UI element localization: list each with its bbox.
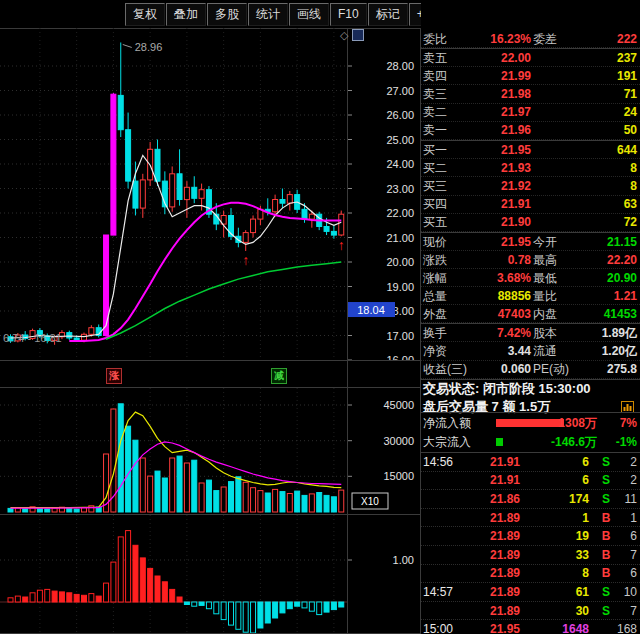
bid-queue: 买一21.95644买二21.938买三21.928买四21.9163买五21.…: [421, 141, 640, 232]
ask-row-3[interactable]: 卖二21.9724: [421, 104, 640, 122]
svg-text:23.00: 23.00: [386, 183, 414, 195]
candlestick-chart[interactable]: 28.0027.0026.0025.0024.0023.0022.0021.00…: [0, 28, 420, 360]
ask-queue: 卖五22.00237卖四21.99191卖三21.9871卖二21.9724卖一…: [421, 49, 640, 140]
bid-row-2[interactable]: 买三21.928: [421, 177, 640, 195]
svg-text:21.00: 21.00: [386, 232, 414, 244]
tick-row-0: 14:5621.916S2: [421, 453, 640, 472]
tick-list[interactable]: 14:5621.916S221.916S221.86174S1121.891B1…: [421, 453, 640, 634]
weibi-section: 委比16.23%委差222: [421, 31, 640, 48]
macd-bars: [8, 531, 344, 633]
quote-row-2: 涨幅3.68%最低20.90: [421, 269, 640, 287]
money-flow-section: 净流入额1308万7%大宗流入-146.6万-1%: [421, 413, 640, 452]
svg-text:26.00: 26.00: [386, 109, 414, 121]
event-badge-0: 涨: [106, 368, 122, 384]
svg-text:6.74 - 16.81: 6.74 - 16.81: [3, 332, 62, 344]
svg-text:↑: ↑: [242, 252, 249, 268]
quote-row-0: 现价21.95今开21.15: [421, 233, 640, 251]
toolbar-button-6[interactable]: 标记: [368, 3, 408, 26]
svg-text:25.00: 25.00: [386, 134, 414, 146]
tick-row-5: 21.8933B7: [421, 546, 640, 565]
ask-row-0[interactable]: 卖五22.00237: [421, 49, 640, 67]
trade-status-section: 交易状态: 闭市阶段 15:30:00 盘后交易量 7 额 1.5万: [421, 380, 640, 412]
ask-row-2[interactable]: 卖三21.9871: [421, 85, 640, 103]
svg-text:27.00: 27.00: [386, 85, 414, 97]
tick-row-1: 21.916S2: [421, 472, 640, 491]
event-badge-1: 减: [271, 368, 287, 384]
ask-row-1[interactable]: 卖四21.99191: [421, 67, 640, 85]
toolbar-button-2[interactable]: 多股: [207, 3, 247, 26]
toolbar-button-3[interactable]: 统计: [248, 3, 288, 26]
stock-app-window: 复权叠加多股统计画线F10标记+自选返回 300678 中科信息 ◇ 28.00…: [0, 0, 640, 634]
toolbar-button-5[interactable]: F10: [330, 3, 367, 26]
toolbar-button-0[interactable]: 复权: [125, 3, 165, 26]
tick-row-7: 14:5721.8961S10: [421, 583, 640, 602]
toolbar-button-4[interactable]: 画线: [289, 3, 329, 26]
tick-row-3: 21.891B1: [421, 509, 640, 528]
volume-chart-canvas[interactable]: 450003000015000X10: [0, 388, 420, 514]
svg-text:28.00: 28.00: [386, 60, 414, 72]
svg-text:22.00: 22.00: [386, 207, 414, 219]
flow-bar: [496, 419, 564, 427]
svg-text:24.00: 24.00: [386, 158, 414, 170]
event-badge-strip: 涨减: [0, 361, 420, 387]
pane-border-3: [0, 514, 420, 515]
svg-text:28.96: 28.96: [135, 41, 163, 53]
volume-chart[interactable]: 450003000015000X10: [0, 388, 420, 514]
ask-row-4[interactable]: 卖一21.9650: [421, 122, 640, 140]
chart-corner-icons: ◇: [340, 29, 364, 41]
svg-text:18.04: 18.04: [357, 304, 385, 316]
toolbar-button-1[interactable]: 叠加: [166, 3, 206, 26]
quote-panel: 委比16.23%委差222 卖五22.00237卖四21.99191卖三21.9…: [421, 0, 640, 634]
bid-row-0[interactable]: 买一21.95644: [421, 141, 640, 159]
pane-border-2: [0, 387, 420, 388]
bid-row-1[interactable]: 买二21.938: [421, 159, 640, 177]
tick-row-4: 21.8919B6: [421, 527, 640, 546]
bid-row-4[interactable]: 买五21.9072: [421, 214, 640, 232]
volume-bars: [8, 404, 344, 512]
window-icon[interactable]: [352, 29, 364, 41]
quote-row-4: 外盘47403内盘41453: [421, 305, 640, 323]
bid-row-3[interactable]: 买四21.9163: [421, 196, 640, 214]
quote-section: 现价21.95今开21.15涨跌0.78最高22.20涨幅3.68%最低20.9…: [421, 233, 640, 323]
svg-text:17.00: 17.00: [386, 330, 414, 342]
svg-text:30000: 30000: [383, 435, 414, 447]
axis-divider: [347, 28, 348, 634]
fund-row-2: 收益(三)0.060PE(动)275.8: [421, 361, 640, 379]
main-chart-canvas[interactable]: 28.0027.0026.0025.0024.0023.0022.0021.00…: [0, 28, 420, 360]
quote-row-1: 涨跌0.78最高22.20: [421, 251, 640, 269]
svg-text:20.00: 20.00: [386, 256, 414, 268]
flow-row-1: 大宗流入-146.6万-1%: [421, 433, 640, 453]
macd-chart-canvas[interactable]: 1.00: [0, 515, 420, 634]
weibi-row: 委比16.23%委差222: [421, 31, 640, 48]
fund-row-1: 净资3.44流通1.20亿: [421, 342, 640, 360]
quote-row-3: 总量88856量比1.21: [421, 287, 640, 305]
candles: [8, 42, 344, 344]
flow-row-0: 净流入额1308万7%: [421, 413, 640, 433]
pane-border-1: [0, 360, 420, 361]
svg-text:19.00: 19.00: [386, 281, 414, 293]
svg-text:15000: 15000: [383, 470, 414, 482]
svg-text:↑: ↑: [338, 237, 345, 253]
trade-status-line: 交易状态: 闭市阶段 15:30:00: [421, 380, 640, 398]
flow-bar: [496, 438, 503, 446]
svg-text:X10: X10: [361, 496, 379, 507]
tick-row-8: 21.8930S7: [421, 602, 640, 621]
svg-text:45000: 45000: [383, 399, 414, 411]
fundamental-section: 换手7.42%股本1.89亿净资3.44流通1.20亿收益(三)0.060PE(…: [421, 324, 640, 379]
fund-row-0: 换手7.42%股本1.89亿: [421, 324, 640, 342]
tick-row-9: 15:0021.951648168: [421, 620, 640, 634]
diamond-icon[interactable]: ◇: [340, 30, 348, 41]
tick-row-6: 21.898B6: [421, 565, 640, 584]
svg-text:1.00: 1.00: [393, 554, 414, 566]
tick-row-2: 21.86174S11: [421, 490, 640, 509]
macd-chart[interactable]: 1.00: [0, 515, 420, 634]
